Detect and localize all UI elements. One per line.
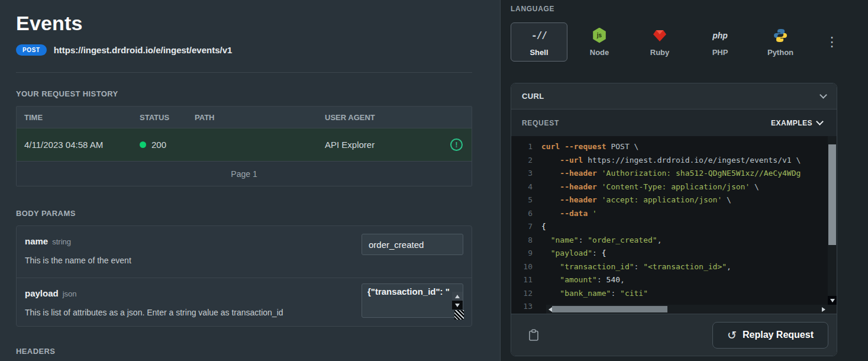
library-accordion-header[interactable]: CURL [511,83,837,109]
php-icon: php [712,28,728,43]
code-line: 9 "payload": { [511,247,837,260]
shell-icon: -// [531,28,547,43]
param-description: This is the name of the event [25,256,463,265]
vertical-scrollbar[interactable] [828,136,837,314]
body-params-heading: BODY PARAMS [16,209,484,218]
code-line: 6 --data ' [511,207,837,221]
param-type: string [52,237,71,246]
col-path: PATH [187,113,317,122]
language-option-node[interactable]: js Node [571,22,628,62]
code-lines: 1curl --request POST \2 --url https://in… [511,140,837,314]
horizontal-scrollbar-thumb[interactable] [552,306,667,312]
history-status: 200 [132,140,187,150]
horizontal-scrollbar[interactable] [546,305,828,314]
request-history-table: TIME STATUS PATH USER AGENT 4/11/2023 04… [16,106,472,186]
chevron-down-icon [816,118,824,125]
endpoint-url: https://ingest.drdroid.io/e/ingest/event… [54,45,233,55]
param-name: payload [25,288,59,298]
scroll-down-icon[interactable] [828,296,837,305]
name-param-input[interactable] [362,234,463,255]
language-option-python[interactable]: Python [752,22,809,62]
status-code: 200 [151,140,166,150]
examples-dropdown[interactable]: EXAMPLES [767,118,826,128]
scroll-up-icon[interactable] [452,292,463,301]
more-languages-icon[interactable]: ⋮ [822,32,842,52]
endpoint-detail-pane: Events POST https://ingest.drdroid.io/e/… [0,0,500,361]
api-reference-page: Events POST https://ingest.drdroid.io/e/… [0,0,868,361]
request-label: REQUEST [522,119,559,127]
code-line: 4 --header 'Content-Type: application/js… [511,180,837,194]
param-row-payload: payloadjson This is list of attributes a… [17,278,472,326]
divider [16,72,472,73]
language-option-php[interactable]: php PHP [692,22,748,62]
code-line: 3 --header 'Authorization: sha512-QDgNE5… [511,167,837,180]
param-row-name: namestring This is the name of the event [17,226,472,278]
resize-grip-icon[interactable] [454,310,464,320]
history-user-agent-cell: API Explorer ! [317,138,472,151]
code-line: 7{ [511,220,837,234]
request-bar: REQUEST EXAMPLES [511,109,837,136]
info-icon[interactable]: ! [450,138,463,151]
scroll-right-icon[interactable] [819,305,828,314]
history-user-agent: API Explorer [325,140,375,150]
vertical-scrollbar-thumb[interactable] [828,144,836,245]
language-option-ruby[interactable]: Ruby [631,22,688,62]
replay-request-button[interactable]: ↺ Replay Request [712,322,828,349]
payload-param-textarea[interactable]: {"transaction_id": " [362,284,451,317]
language-option-shell[interactable]: -// Shell [511,22,567,62]
method-badge: POST [16,44,47,56]
code-line: 10 "transaction_id": "<transaction_id>", [511,260,837,274]
code-line: 1curl --request POST \ [511,140,837,154]
replay-icon: ↺ [727,330,737,341]
param-name: name [25,236,48,246]
status-dot-icon [140,141,146,148]
request-history-heading: YOUR REQUEST HISTORY [16,89,484,98]
page-title: Events [16,12,484,35]
clipboard-icon [528,329,539,341]
history-time: 4/11/2023 04:58 AM [17,140,132,150]
body-params-box: namestring This is the name of the event… [16,225,472,327]
col-time: TIME [17,113,132,122]
code-example-pane: LANGUAGE -// Shell js Node Ruby [500,0,868,361]
code-card-footer: ↺ Replay Request [511,314,837,356]
history-table-header: TIME STATUS PATH USER AGENT [17,107,472,128]
pagination[interactable]: Page 1 [17,161,472,186]
col-status: STATUS [132,113,187,122]
language-selector: -// Shell js Node Ruby php PHP [511,22,868,62]
code-example-card: CURL REQUEST EXAMPLES 1curl --request PO… [511,83,837,356]
col-user-agent: USER AGENT [317,113,472,122]
payload-param-field: {"transaction_id": " [362,283,463,318]
code-line: 2 --url https://ingest.drdroid.io/e/inge… [511,154,837,167]
copy-code-button[interactable] [523,324,544,346]
code-line: 11 "amount": 540, [511,273,837,287]
code-snippet: 1curl --request POST \2 --url https://in… [511,136,837,314]
chevron-down-icon [819,91,827,99]
python-icon [773,28,788,43]
language-heading: LANGUAGE [511,5,868,13]
endpoint-row: POST https://ingest.drdroid.io/e/ingest/… [16,44,484,56]
code-line: 8 "name": "order_created", [511,234,837,247]
headers-heading: HEADERS [16,347,484,356]
param-type: json [63,289,77,298]
ruby-icon [653,28,667,43]
scroll-down-icon[interactable] [452,301,463,310]
history-row[interactable]: 4/11/2023 04:58 AM 200 API Explorer ! [17,128,472,161]
code-line: 5 --header 'accept: application/json' \ [511,194,837,207]
node-icon: js [592,28,606,43]
library-label: CURL [522,92,544,101]
code-line: 12 "bank_name": "citi" [511,287,837,301]
